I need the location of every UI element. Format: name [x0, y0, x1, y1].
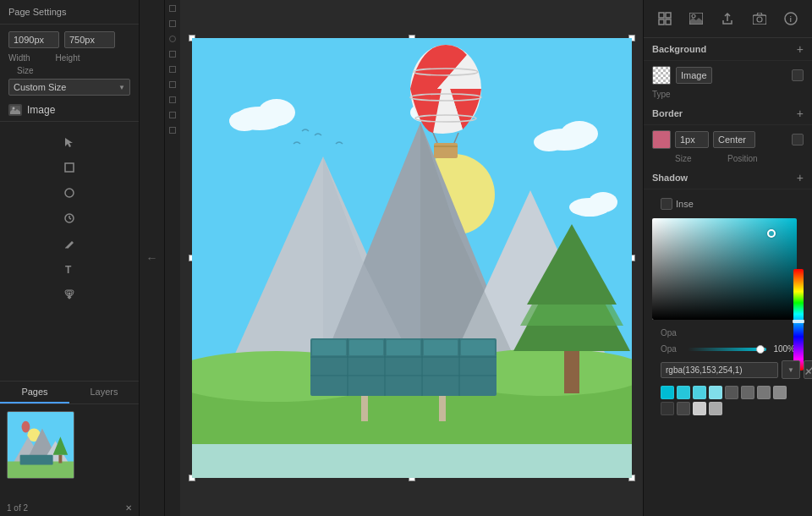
opacity-slider[interactable]	[688, 348, 766, 351]
border-row: Center Inside Outside	[644, 125, 812, 154]
rgba-dropdown-wrapper: ▼	[782, 360, 800, 379]
svg-rect-48	[312, 340, 346, 355]
border-position-dropdown[interactable]: Center Inside Outside	[713, 131, 755, 148]
right-panel: i Background + Image Type Border + Cente…	[643, 0, 812, 516]
svg-rect-50	[387, 340, 420, 355]
swatch-11[interactable]	[693, 402, 706, 415]
border-visible-checkbox[interactable]	[792, 134, 804, 145]
swatch-9[interactable]	[661, 402, 674, 415]
opacity-label: Opa	[661, 328, 684, 338]
inset-label: Inse	[676, 199, 694, 209]
svg-point-72	[692, 14, 695, 18]
hue-strip[interactable]	[793, 269, 804, 371]
swatch-12[interactable]	[709, 402, 722, 415]
shape-tool[interactable]	[58, 156, 81, 179]
rgba-dropdown-btn[interactable]: ▼	[782, 360, 800, 379]
svg-point-8	[69, 293, 71, 295]
canvas-wrapper	[192, 38, 632, 478]
arrow-nav[interactable]: ←	[140, 0, 165, 516]
border-size-input[interactable]	[675, 131, 709, 148]
scroll-indicator-2	[169, 20, 176, 27]
background-type-dropdown[interactable]: Image	[676, 67, 712, 84]
svg-line-6	[69, 218, 71, 219]
shadow-title: Shadow	[652, 173, 688, 183]
swatch-2[interactable]	[677, 386, 690, 399]
svg-text:T: T	[65, 264, 72, 275]
svg-rect-54	[439, 396, 446, 421]
rgba-input[interactable]	[661, 362, 778, 378]
swatch-10[interactable]	[677, 402, 690, 415]
opacity-slider-handle	[756, 345, 765, 354]
tabs-row: Pages Layers	[0, 382, 139, 404]
background-title: Background	[652, 44, 706, 54]
svg-point-21	[258, 99, 295, 126]
cursor-tool[interactable]	[58, 130, 81, 154]
svg-text:i: i	[790, 15, 793, 24]
size-dropdown[interactable]: Custom Size	[8, 79, 130, 96]
swatches-row	[652, 382, 804, 419]
svg-rect-15	[20, 455, 53, 465]
scroll-indicator-5	[169, 66, 176, 73]
background-preview[interactable]	[652, 66, 671, 85]
border-section-header: Border +	[644, 102, 812, 125]
upload-icon-btn[interactable]	[716, 7, 739, 30]
info-icon-btn[interactable]: i	[779, 7, 803, 30]
scroll-indicator-3	[169, 36, 176, 42]
page-thumbnail[interactable]	[7, 411, 74, 479]
page-count: 1 of 2	[7, 503, 28, 513]
svg-point-30	[589, 192, 617, 212]
dimension-labels: Width Height	[0, 53, 139, 63]
swatch-4[interactable]	[709, 386, 722, 399]
background-row: Image	[644, 61, 812, 90]
border-title: Border	[652, 108, 683, 118]
border-position-label: Position	[727, 154, 804, 163]
svg-point-74	[757, 17, 762, 22]
swatch-5[interactable]	[725, 386, 738, 399]
grid-icon-btn[interactable]	[653, 7, 677, 30]
svg-rect-69	[659, 19, 664, 25]
size-section: Size Custom Size	[0, 63, 139, 99]
clock-tool[interactable]	[58, 206, 81, 230]
camera-icon-btn[interactable]	[748, 7, 771, 30]
swatch-7[interactable]	[757, 386, 771, 399]
close-btn[interactable]: ✕	[125, 503, 132, 513]
border-position-wrapper: Center Inside Outside	[713, 131, 787, 148]
tab-layers[interactable]: Layers	[69, 382, 139, 403]
inset-row: Inse	[652, 195, 804, 213]
scroll-indicator-6	[169, 81, 176, 88]
download-tool[interactable]	[58, 283, 81, 306]
canvas-container[interactable]	[180, 0, 643, 516]
opacity-slider-row: Opa 100%	[652, 341, 804, 357]
svg-rect-65	[434, 143, 458, 158]
svg-point-28	[534, 133, 564, 151]
picker-black-overlay	[652, 218, 797, 320]
background-add-btn[interactable]: +	[797, 43, 804, 55]
pages-layers: Pages Layers	[0, 381, 139, 516]
color-picker-gradient[interactable]	[652, 218, 797, 320]
circle-tool[interactable]	[58, 181, 81, 205]
swatch-3[interactable]	[693, 386, 706, 399]
swatch-6[interactable]	[741, 386, 754, 399]
svg-rect-52	[461, 340, 495, 355]
pencil-tool[interactable]	[58, 232, 81, 255]
shadow-add-btn[interactable]: +	[797, 172, 804, 184]
border-color-swatch[interactable]	[652, 130, 671, 149]
inset-checkbox[interactable]	[661, 198, 672, 210]
image-icon-btn[interactable]	[684, 7, 708, 30]
border-size-label: Size	[675, 154, 727, 163]
text-tool[interactable]: T	[58, 257, 81, 281]
tab-pages[interactable]: Pages	[0, 382, 69, 403]
svg-point-27	[561, 121, 598, 146]
width-input[interactable]	[8, 31, 59, 48]
opa-slider-label: Opa	[661, 344, 684, 354]
svg-rect-51	[424, 340, 458, 355]
back-arrow-icon: ←	[146, 251, 158, 265]
swatch-1[interactable]	[661, 386, 674, 399]
height-input[interactable]	[64, 31, 115, 48]
border-labels: Size Position	[644, 154, 812, 167]
size-label: Size	[8, 66, 130, 75]
swatch-8[interactable]	[773, 386, 787, 399]
border-add-btn[interactable]: +	[797, 107, 804, 119]
eyedropper-btn[interactable]	[804, 360, 812, 379]
background-visible-checkbox[interactable]	[792, 69, 804, 81]
